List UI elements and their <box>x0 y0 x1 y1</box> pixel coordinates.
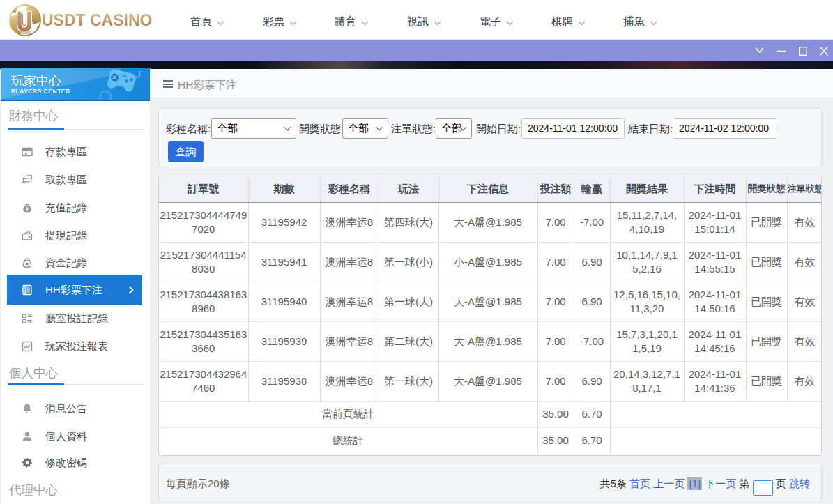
svg-text:CASINO: CASINO <box>17 31 31 35</box>
